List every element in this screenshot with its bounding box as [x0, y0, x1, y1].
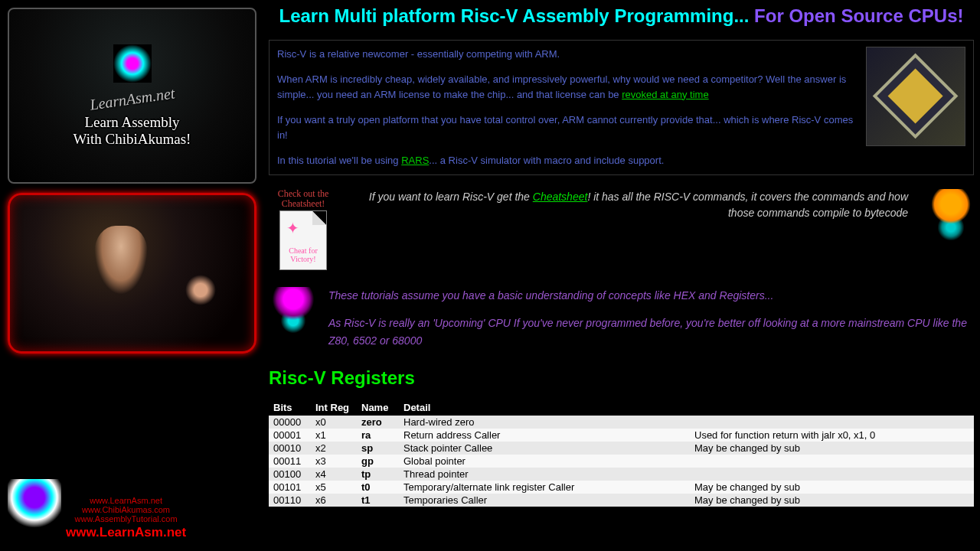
link-revoked[interactable]: revoked at any time: [622, 89, 708, 100]
cell-note: Used for function return with jalr x0, x…: [690, 429, 974, 442]
cell-detail: Return address Caller: [399, 429, 690, 442]
cell-detail: Hard-wired zero: [399, 416, 690, 429]
cell-bits: 00110: [269, 494, 311, 507]
intro-p3: If you want a truly open platform that y…: [277, 112, 858, 142]
cell-detail: Temporaries Caller: [399, 494, 690, 507]
intro-text: Risc-V is a relative newcomer - essentia…: [277, 47, 858, 168]
table-row: 00110x6t1Temporaries CallerMay be change…: [269, 494, 974, 507]
cheatsheet-icon-block: Check out theCheatsheet! ✦ Cheat forVict…: [269, 189, 338, 270]
cell-name: gp: [357, 455, 399, 468]
cell-reg: x1: [311, 429, 357, 442]
footer-sprite-icon: [8, 479, 61, 540]
mascot-right-icon: [928, 189, 974, 266]
footer-link[interactable]: www.AssemblyTutorial.com: [75, 514, 178, 523]
logo-banner[interactable]: LearnAsm.net Learn Assembly With ChibiAk…: [8, 8, 256, 184]
intro-box: Risc-V is a relative newcomer - essentia…: [269, 40, 974, 175]
registers-table: Bits Int Reg Name Detail 00000x0zeroHard…: [269, 399, 974, 507]
cell-detail: Thread pointer: [399, 468, 690, 481]
cell-name: ra: [357, 429, 399, 442]
cell-note: May be changed by sub: [690, 494, 974, 507]
cell-reg: x3: [311, 455, 357, 468]
th-note: [690, 399, 974, 416]
cell-detail: Stack pointer Callee: [399, 442, 690, 455]
intro-p4: In this tutorial we'll be using RARS... …: [277, 153, 858, 168]
logo-tagline: Learn Assembly With ChibiAkumas!: [74, 114, 191, 148]
page-title: Learn Multi platform Risc-V Assembly Pro…: [269, 3, 974, 29]
logo-brand-text: LearnAsm.net: [89, 84, 176, 113]
table-row: 00100x4tpThread pointer: [269, 468, 974, 481]
cell-bits: 00001: [269, 429, 311, 442]
tips-text: These tutorials assume you have a basic …: [328, 287, 974, 349]
cell-reg: x5: [311, 481, 357, 494]
cell-note: [690, 416, 974, 429]
logo-sprite-icon: [113, 44, 152, 83]
tips-p1: These tutorials assume you have a basic …: [328, 287, 974, 304]
sidebar: LearnAsm.net Learn Assembly With ChibiAk…: [0, 0, 264, 551]
cell-name: tp: [357, 468, 399, 481]
cell-reg: x0: [311, 416, 357, 429]
cell-name: sp: [357, 442, 399, 455]
link-cheatsheet[interactable]: Cheatsheet: [533, 191, 588, 203]
cell-name: zero: [357, 416, 399, 429]
footer-main-url: www.LearnAsm.net: [66, 525, 186, 540]
intro-p1: Risc-V is a relative newcomer - essentia…: [277, 47, 858, 62]
th-name: Name: [357, 399, 399, 416]
main-content: Learn Multi platform Risc-V Assembly Pro…: [264, 0, 980, 551]
footer-link[interactable]: www.LearnAsm.net: [90, 496, 162, 505]
cell-note: May be changed by sub: [690, 481, 974, 494]
cell-bits: 00100: [269, 468, 311, 481]
th-detail: Detail: [399, 399, 690, 416]
section-title-registers: Risc-V Registers: [269, 367, 974, 389]
cell-bits: 00011: [269, 455, 311, 468]
table-row: 00001x1raReturn address CallerUsed for f…: [269, 429, 974, 442]
cell-detail: Global pointer: [399, 455, 690, 468]
intro-p2: When ARM is incredibly cheap, widely ava…: [277, 72, 858, 102]
table-row: 00101x5t0Temporary/alternate link regist…: [269, 481, 974, 494]
cell-note: May be changed by sub: [690, 442, 974, 455]
table-header-row: Bits Int Reg Name Detail: [269, 399, 974, 416]
cell-bits: 00000: [269, 416, 311, 429]
cheatsheet-text: If you want to learn Risc-V get the Chea…: [353, 189, 913, 221]
th-intreg: Int Reg: [311, 399, 357, 416]
cheatsheet-callout: Check out theCheatsheet! ✦ Cheat forVict…: [269, 189, 974, 270]
table-row: 00000x0zeroHard-wired zero: [269, 416, 974, 429]
th-bits: Bits: [269, 399, 311, 416]
star-icon: ✦: [286, 219, 299, 237]
presenter-face-icon: [94, 226, 148, 295]
title-part-2: For Open Source CPUs!: [754, 5, 963, 26]
link-rars[interactable]: RARS: [401, 155, 429, 166]
mascot-left-icon: [269, 287, 318, 348]
cell-note: [690, 468, 974, 481]
tips-callout: These tutorials assume you have a basic …: [269, 287, 974, 349]
cell-reg: x4: [311, 468, 357, 481]
cell-name: t1: [357, 494, 399, 507]
cheat-label: Check out theCheatsheet!: [269, 189, 338, 209]
table-row: 00011x3gpGlobal pointer: [269, 455, 974, 468]
cell-bits: 00010: [269, 442, 311, 455]
title-part-1: Learn Multi platform Risc-V Assembly Pro…: [279, 5, 755, 26]
video-thumbnail[interactable]: [8, 193, 256, 354]
cell-reg: x6: [311, 494, 357, 507]
document-icon[interactable]: ✦ Cheat forVictory!: [279, 210, 327, 270]
cell-reg: x2: [311, 442, 357, 455]
table-row: 00010x2spStack pointer CalleeMay be chan…: [269, 442, 974, 455]
cpu-chip-image: [866, 47, 965, 146]
cell-bits: 00101: [269, 481, 311, 494]
cell-note: [690, 455, 974, 468]
presenter-hand-icon: [185, 275, 216, 305]
doc-icon-text: Cheat forVictory!: [280, 246, 326, 263]
tips-p2: As Risc-V is really an 'Upcoming' CPU If…: [328, 315, 974, 349]
cell-detail: Temporary/alternate link register Caller: [399, 481, 690, 494]
sidebar-footer: www.LearnAsm.net www.ChibiAkumas.com www…: [8, 479, 256, 543]
footer-link[interactable]: www.ChibiAkumas.com: [82, 505, 170, 514]
cell-name: t0: [357, 481, 399, 494]
footer-links: www.LearnAsm.net www.ChibiAkumas.com www…: [66, 496, 186, 540]
